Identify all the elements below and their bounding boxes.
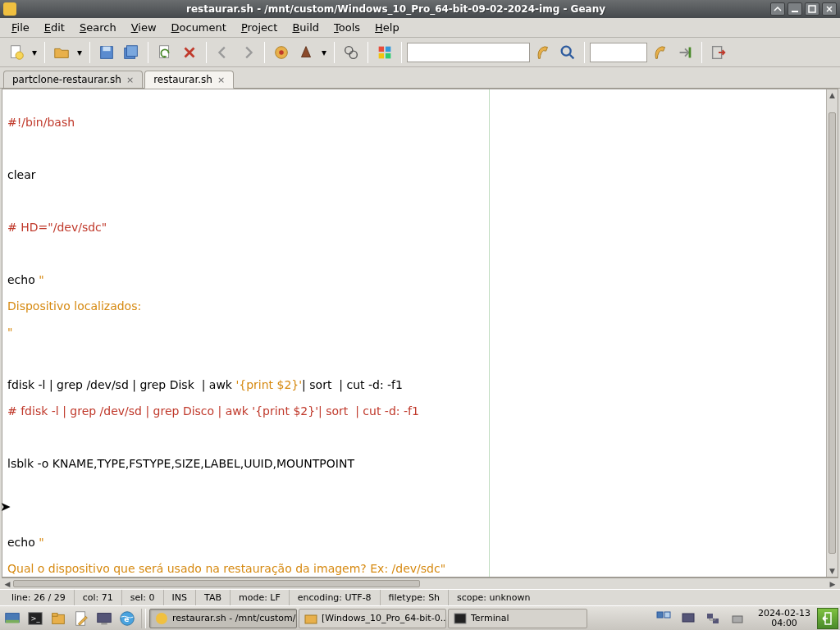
svg-text:e: e [124, 614, 129, 623]
search-clear-button[interactable] [532, 41, 555, 64]
screenshot-launcher[interactable] [94, 608, 115, 629]
menu-project[interactable]: Project [235, 20, 285, 35]
system-tray [650, 608, 751, 629]
svg-rect-0 [792, 11, 798, 12]
tab-restaurar[interactable]: restaurar.sh × [144, 71, 234, 89]
status-filetype: filetype: Sh [381, 590, 449, 605]
run-button[interactable] [340, 41, 363, 64]
tab-partclone-restaurar[interactable]: partclone-restaurar.sh × [3, 71, 143, 88]
tab-bar: partclone-restaurar.sh × restaurar.sh × [0, 67, 840, 89]
nav-back-button[interactable] [212, 41, 235, 64]
horizontal-scrollbar[interactable]: ◀ ▶ [2, 578, 838, 589]
open-dropdown[interactable]: ▾ [75, 47, 84, 58]
tray-removable-icon[interactable] [727, 608, 748, 629]
clock-time: 04:00 [758, 619, 810, 628]
build-dropdown[interactable]: ▾ [319, 47, 329, 58]
svg-rect-15 [379, 52, 384, 57]
compile-button[interactable] [270, 41, 293, 64]
revert-button[interactable] [153, 41, 176, 64]
svg-point-31 [156, 613, 167, 624]
svg-rect-39 [733, 616, 742, 623]
menubar: File Edit Search View Document Project B… [0, 18, 840, 38]
terminal-launcher[interactable]: >_ [25, 608, 46, 629]
svg-rect-34 [657, 612, 663, 618]
maximize-button[interactable] [805, 2, 819, 16]
code-editor[interactable]: #!/bin/bash clear # HD="/dev/sdc" echo "… [2, 89, 826, 577]
tab-label: partclone-restaurar.sh [12, 74, 121, 85]
tab-label: restaurar.sh [153, 74, 212, 85]
logout-button[interactable] [817, 608, 838, 629]
terminal-icon [454, 612, 467, 625]
task-label: restaurar.sh - /mnt/custom/... [172, 613, 297, 623]
close-button[interactable] [822, 2, 837, 16]
window-title: restaurar.sh - /mnt/custom/Windows_10_Pr… [21, 3, 770, 15]
search-input[interactable] [407, 43, 530, 62]
status-line: line: 26 / 29 [3, 590, 75, 605]
menu-edit[interactable]: Edit [38, 20, 71, 35]
color-chooser-button[interactable] [373, 41, 396, 64]
tray-network-icon[interactable] [702, 608, 724, 629]
build-button[interactable] [294, 41, 317, 64]
svg-point-11 [345, 46, 353, 53]
task-label: Terminal [471, 613, 509, 623]
app-icon [3, 2, 16, 16]
menu-search[interactable]: Search [73, 20, 123, 35]
svg-rect-35 [664, 612, 670, 618]
goto-clear-button[interactable] [649, 41, 672, 64]
svg-rect-5 [103, 46, 110, 51]
tab-close-icon[interactable]: × [126, 75, 134, 85]
tab-close-icon[interactable]: × [217, 75, 225, 85]
browser-launcher[interactable]: e [116, 608, 138, 629]
tray-desktops-icon[interactable] [653, 608, 674, 629]
status-mode: mode: LF [231, 590, 290, 605]
menu-view[interactable]: View [125, 20, 163, 35]
find-button[interactable] [556, 41, 579, 64]
open-button[interactable] [50, 41, 73, 64]
editor-launcher[interactable] [71, 608, 92, 629]
menu-file[interactable]: File [5, 20, 36, 35]
minimize-button[interactable] [788, 2, 802, 16]
menu-build[interactable]: Build [285, 20, 326, 35]
save-button[interactable] [95, 41, 118, 64]
status-tab[interactable]: TAB [196, 590, 231, 605]
status-ins[interactable]: INS [164, 590, 196, 605]
taskbar-item-terminal[interactable]: Terminal [448, 609, 587, 628]
svg-rect-7 [127, 45, 138, 56]
nav-forward-button[interactable] [236, 41, 259, 64]
new-file-dropdown[interactable]: ▾ [30, 47, 39, 58]
toolbar: ▾ ▾ ▾ [0, 38, 840, 67]
svg-rect-1 [809, 6, 815, 12]
menu-tools[interactable]: Tools [327, 20, 367, 35]
save-all-button[interactable] [120, 41, 143, 64]
folder-icon [304, 612, 317, 625]
rollup-button[interactable] [770, 2, 785, 16]
quit-button[interactable] [707, 41, 730, 64]
svg-rect-32 [305, 615, 317, 623]
status-col: col: 71 [75, 590, 122, 605]
svg-rect-27 [98, 613, 112, 622]
new-file-button[interactable] [5, 41, 28, 64]
status-encoding: encoding: UTF-8 [290, 590, 381, 605]
taskbar-item-geany[interactable]: restaurar.sh - /mnt/custom/... [149, 609, 297, 628]
tray-display-icon[interactable] [678, 608, 699, 629]
vertical-scrollbar[interactable]: ▲ ▼ [826, 89, 838, 577]
svg-point-17 [562, 46, 571, 55]
svg-rect-28 [101, 623, 107, 624]
svg-rect-37 [707, 614, 713, 619]
taskbar-item-files[interactable]: [Windows_10_Pro_64-bit-0... [299, 609, 446, 628]
svg-point-10 [279, 50, 284, 55]
show-desktop-button[interactable] [2, 608, 23, 629]
editor-area: #!/bin/bash clear # HD="/dev/sdc" echo "… [2, 89, 838, 578]
svg-point-12 [349, 51, 357, 58]
status-sel: sel: 0 [122, 590, 164, 605]
svg-rect-18 [689, 47, 692, 57]
close-file-button[interactable] [178, 41, 201, 64]
window-titlebar: restaurar.sh - /mnt/custom/Windows_10_Pr… [0, 0, 840, 18]
menu-help[interactable]: Help [368, 20, 406, 35]
taskbar-clock[interactable]: 2024-02-13 04:00 [753, 609, 815, 628]
goto-button[interactable] [673, 41, 696, 64]
goto-line-input[interactable] [590, 43, 647, 62]
files-launcher[interactable] [48, 608, 69, 629]
menu-document[interactable]: Document [165, 20, 233, 35]
svg-rect-33 [454, 614, 466, 623]
